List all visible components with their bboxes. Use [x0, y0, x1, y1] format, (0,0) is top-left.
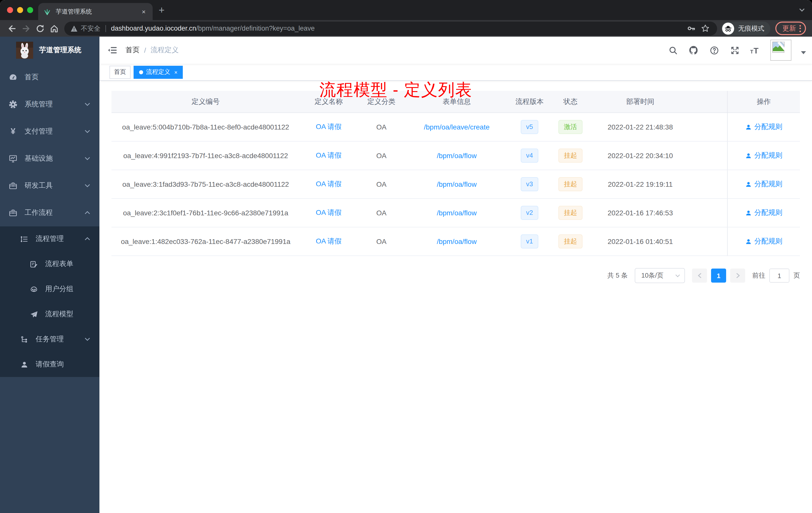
definition-name-link[interactable]: OA 请假 — [316, 180, 342, 189]
sidebar-fold-icon[interactable] — [99, 37, 125, 64]
status-badge: 挂起 — [558, 206, 582, 220]
goto-page-input[interactable]: 1 — [769, 269, 789, 282]
goto-page: 前往 1 页 — [752, 269, 800, 282]
assign-rule-link[interactable]: 分配规则 — [745, 180, 782, 189]
home-icon[interactable] — [47, 21, 61, 35]
sidebar-item-workflow[interactable]: 工作流程 — [0, 199, 99, 227]
sidebar-item-infrastructure[interactable]: 基础设施 — [0, 145, 99, 172]
chevron-down-icon — [84, 102, 90, 107]
help-icon[interactable] — [708, 45, 720, 56]
url-bar[interactable]: 不安全 dashboard.yudao.iocoder.cn/bpm/manag… — [64, 21, 717, 35]
url-text[interactable]: dashboard.yudao.iocoder.cn/bpm/manager/d… — [111, 25, 684, 32]
form-link[interactable]: /bpm/oa/leave/create — [424, 123, 490, 131]
browser-toolbar: 不安全 dashboard.yudao.iocoder.cn/bpm/manag… — [0, 20, 812, 37]
sidebar-item-user-group[interactable]: 用户分组 — [0, 277, 99, 302]
window-controls[interactable] — [7, 7, 33, 13]
browser-menu-dots-icon[interactable] — [800, 25, 801, 32]
person-icon — [745, 124, 752, 130]
minimize-window-button[interactable] — [17, 7, 23, 13]
status-badge: 挂起 — [558, 234, 582, 248]
assign-rule-link[interactable]: 分配规则 — [745, 208, 782, 217]
form-link[interactable]: /bpm/oa/flow — [437, 209, 477, 217]
forward-icon[interactable] — [19, 21, 33, 35]
sidebar-item-process-form[interactable]: 流程表单 — [0, 251, 99, 277]
not-secure-warning-icon[interactable] — [70, 25, 78, 32]
current-page-button[interactable]: 1 — [711, 269, 726, 282]
back-icon[interactable] — [5, 21, 19, 35]
person-icon — [745, 238, 752, 245]
broken-image-icon — [772, 42, 785, 54]
tag-home[interactable]: 首页 — [110, 65, 130, 79]
sidebar-item-home[interactable]: 首页 — [0, 64, 99, 91]
table-row: oa_leave:1:482ec033-762a-11ec-8477-a2380… — [112, 228, 800, 256]
sidebar-item-process-management[interactable]: 流程管理 — [0, 227, 99, 251]
chevron-up-icon — [84, 237, 90, 241]
url-host: dashboard.yudao.iocoder.cn — [111, 25, 196, 32]
tab-search-chevron-icon[interactable] — [799, 8, 805, 12]
avatar[interactable] — [770, 40, 791, 61]
assign-rule-link[interactable]: 分配规则 — [745, 237, 782, 246]
maximize-window-button[interactable] — [27, 7, 33, 13]
next-page-button[interactable] — [730, 269, 745, 282]
github-icon[interactable] — [688, 45, 699, 56]
tag-process-definition[interactable]: 流程定义 × — [134, 65, 183, 79]
browser-tab[interactable]: 芋道管理系统 × — [38, 3, 153, 20]
page-size-select[interactable]: 10条/页 — [635, 268, 685, 283]
assign-rule-link[interactable]: 分配规则 — [745, 122, 782, 131]
sidebar-logo[interactable]: 芋道管理系统 — [0, 37, 99, 64]
definition-name-link[interactable]: OA 请假 — [316, 237, 342, 246]
prev-page-button[interactable] — [692, 269, 707, 282]
form-link[interactable]: /bpm/oa/flow — [437, 180, 477, 188]
assign-rule-label: 分配规则 — [754, 208, 782, 217]
sidebar-item-dev-tools[interactable]: 研发工具 — [0, 172, 99, 199]
avatar-dropdown-caret-icon[interactable] — [801, 51, 806, 57]
definition-category: OA — [357, 170, 405, 198]
update-button[interactable]: 更新 — [775, 22, 806, 35]
form-link[interactable]: /bpm/oa/flow — [437, 152, 477, 160]
sidebar-item-task-management[interactable]: 任务管理 — [0, 327, 99, 352]
deploy-time: 2022-01-16 17:46:53 — [590, 199, 691, 227]
person-icon — [745, 152, 752, 159]
sidebar-item-label: 流程表单 — [45, 260, 73, 269]
form-link[interactable]: /bpm/oa/flow — [437, 237, 477, 245]
tag-label: 流程定义 — [146, 68, 170, 76]
assign-rule-label: 分配规则 — [754, 180, 782, 189]
page-size-value: 10条/页 — [641, 271, 663, 280]
breadcrumb-home-link[interactable]: 首页 — [125, 46, 140, 55]
password-key-icon[interactable] — [684, 21, 698, 35]
definition-name-link[interactable]: OA 请假 — [316, 151, 342, 160]
logo-avatar — [16, 42, 33, 59]
chevron-down-icon — [84, 337, 90, 341]
person-icon — [745, 181, 752, 187]
pagination: 共 5 条 10条/页 1 前往 1 页 — [112, 268, 800, 283]
fullscreen-icon[interactable] — [729, 45, 740, 56]
search-icon[interactable] — [667, 45, 678, 56]
reload-icon[interactable] — [33, 21, 47, 35]
tag-close-icon[interactable]: × — [174, 69, 177, 75]
sidebar-item-system[interactable]: 系统管理 — [0, 91, 99, 118]
sidebar-item-process-model[interactable]: 流程模型 — [0, 302, 99, 327]
chevron-left-icon — [697, 273, 702, 279]
update-button-label: 更新 — [782, 24, 796, 33]
new-tab-button[interactable]: + — [159, 5, 165, 15]
yuan-icon: ¥ — [8, 127, 18, 136]
breadcrumb-separator: / — [144, 46, 146, 54]
tab-close-icon[interactable]: × — [140, 8, 148, 15]
font-size-icon[interactable]: TT — [750, 45, 761, 56]
url-separator — [106, 25, 106, 32]
sidebar-item-label: 系统管理 — [25, 100, 53, 109]
definition-name-link[interactable]: OA 请假 — [316, 122, 342, 131]
definition-category: OA — [357, 228, 405, 255]
chevron-down-icon — [84, 184, 90, 188]
table-row: oa_leave:2:3c1f0ef1-76b1-11ec-9c66-a2380… — [112, 199, 800, 228]
deploy-time: 2022-01-22 19:19:11 — [590, 170, 691, 198]
definition-name-link[interactable]: OA 请假 — [316, 208, 342, 217]
assign-rule-link[interactable]: 分配规则 — [745, 151, 782, 160]
sidebar-item-leave-query[interactable]: 请假查询 — [0, 352, 99, 377]
bookmark-star-icon[interactable] — [698, 21, 712, 35]
column-header-spacer — [691, 91, 727, 113]
sidebar-item-payment[interactable]: ¥ 支付管理 — [0, 118, 99, 145]
incognito-label: 无痕模式 — [738, 24, 764, 33]
close-window-button[interactable] — [7, 7, 13, 13]
version-badge: v3 — [521, 177, 538, 191]
